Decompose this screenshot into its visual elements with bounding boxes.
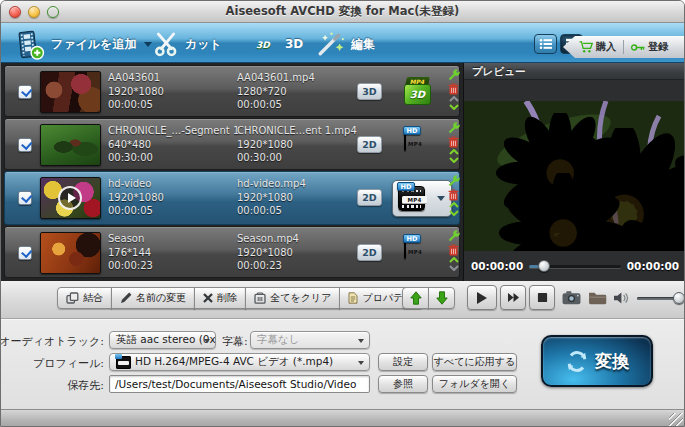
elapsed-time: 00:00:00 [471, 260, 523, 272]
popup-caret-icon [204, 339, 210, 343]
row3-format-dropdown[interactable]: MP4 HD [392, 180, 452, 217]
profile-select[interactable]: HD H.264/MPEG-4 AVC ビデオ (*.mp4) [109, 353, 370, 371]
subtitle-label: 字幕: [222, 334, 248, 349]
row2-dimension-badge[interactable]: 2D [357, 136, 382, 153]
row3-move-up-icon[interactable] [449, 202, 459, 208]
zoom-button[interactable] [47, 6, 59, 18]
minimize-button[interactable] [28, 6, 40, 18]
destination-input[interactable] [109, 375, 370, 393]
edit-button[interactable]: 編集 [317, 27, 375, 61]
register-button[interactable]: 登録 [631, 40, 668, 54]
format-caret-icon [437, 196, 445, 201]
row2-edit-wrench-icon[interactable] [448, 122, 460, 134]
row3-delete-icon[interactable] [448, 189, 459, 201]
rename-button[interactable]: 名前の変更 [111, 287, 195, 309]
row4-output-info: Season.mp4 1920*1080 00:00:23 [237, 232, 355, 273]
row1-delete-icon[interactable] [448, 83, 459, 95]
row2-move-down-icon[interactable] [449, 157, 459, 163]
add-file-label: ファイルを追加 [51, 36, 136, 53]
open-snapshot-folder-button[interactable] [588, 290, 607, 305]
row1-name: AA043601 [108, 71, 234, 85]
row1-move-up-icon[interactable] [449, 96, 459, 102]
row1-dimension-badge[interactable]: 3D [357, 83, 382, 100]
seek-slider[interactable] [529, 260, 621, 272]
fast-forward-icon [507, 292, 520, 303]
row4-move-down-icon[interactable] [449, 265, 459, 271]
banner-divider [623, 40, 624, 54]
add-file-button[interactable]: ファイルを追加 [14, 27, 152, 61]
row2-checkbox[interactable] [18, 138, 32, 152]
row3-duration: 00:00:05 [108, 204, 234, 218]
row4-edit-wrench-icon[interactable] [448, 230, 460, 242]
cut-button[interactable]: カット [153, 27, 222, 61]
merge-button[interactable]: 結合 [57, 287, 112, 309]
profile-film-icon [116, 356, 131, 369]
row2-move-up-icon[interactable] [449, 149, 459, 155]
move-down-button[interactable] [428, 287, 455, 309]
row4-out-name: Season.mp4 [237, 232, 355, 246]
move-up-button[interactable] [402, 287, 429, 309]
preview-header: プレビュー [464, 63, 685, 80]
cart-icon [579, 41, 593, 53]
open-folder-button[interactable]: フォルダを開く [432, 375, 517, 393]
row3-checkbox[interactable] [18, 191, 32, 205]
settings-button[interactable]: 設定 [378, 353, 428, 371]
row2-out-duration: 00:30:00 [237, 151, 355, 165]
row3-move-down-icon[interactable] [449, 210, 459, 216]
row3-source-info: hd-video 1920*1080 00:00:05 [108, 177, 234, 218]
row4-move-up-icon[interactable] [449, 257, 459, 263]
convert-button[interactable]: 変換 [541, 335, 653, 387]
clear-all-button[interactable]: 全てをクリア [245, 287, 340, 309]
buy-button[interactable]: 購入 [579, 40, 616, 54]
apply-to-all-button[interactable]: すべてに応用する [432, 353, 517, 371]
purchase-banner: 購入 登録 [563, 36, 684, 58]
snapshot-button[interactable] [562, 290, 581, 305]
fast-forward-button[interactable] [500, 285, 526, 310]
resize-grip[interactable] [669, 413, 683, 427]
close-button[interactable] [9, 6, 21, 18]
row4-actions [446, 230, 461, 271]
3d-cube-icon: 3D [249, 29, 279, 59]
file-row-3-selected[interactable]: hd-video 1920*1080 00:00:05 hd-video.mp4… [4, 171, 460, 225]
thumbnail-view-button[interactable] [534, 34, 557, 54]
row1-checkbox[interactable] [18, 85, 32, 99]
row2-source-info: CHRONICLE_...-Segment 1 640*480 00:30:00 [108, 124, 234, 165]
profile-label: プロフィール: [33, 356, 104, 371]
row1-actions [446, 69, 461, 110]
delete-button[interactable]: 削除 [194, 287, 246, 309]
row1-edit-wrench-icon[interactable] [448, 69, 460, 81]
row3-out-duration: 00:00:05 [237, 204, 355, 218]
merge-icon [66, 292, 79, 304]
seek-knob[interactable] [538, 260, 550, 272]
volume-slider[interactable] [637, 292, 683, 304]
row2-format-icon: MP4 HD [404, 131, 406, 150]
row1-move-down-icon[interactable] [449, 104, 459, 110]
pencil-icon [120, 292, 132, 304]
browse-button[interactable]: 参照 [378, 375, 428, 393]
row3-dimension-badge[interactable]: 2D [357, 189, 382, 206]
row2-out-name: CHRONICLE...ent 1.mp4 [237, 124, 355, 138]
toolbar: ファイルを追加 カット 3D 3D 編集 [1, 23, 684, 63]
stop-button[interactable] [529, 285, 555, 310]
row2-delete-icon[interactable] [448, 136, 459, 148]
row4-delete-icon[interactable] [448, 244, 459, 256]
play-button[interactable] [467, 285, 497, 310]
row4-dimension-badge[interactable]: 2D [357, 244, 382, 261]
subtitle-select[interactable]: 字幕なし [250, 331, 370, 349]
mute-button[interactable] [614, 292, 630, 304]
play-overlay-icon[interactable] [58, 186, 82, 210]
audio-track-select[interactable]: 英語 aac stereo (0x2) [109, 331, 216, 349]
buy-label: 購入 [596, 40, 616, 54]
app-window: Aiseesoft AVCHD 変換 for Mac(未登録) ファイルを追加 … [0, 0, 685, 427]
hd-mp4-film-icon: MP4 HD [404, 238, 406, 259]
volume-knob[interactable] [673, 292, 685, 304]
file-row-4[interactable]: Season 176*144 00:00:23 Season.mp4 1920*… [4, 226, 460, 278]
row4-checkbox[interactable] [18, 246, 32, 260]
row2-output-info: CHRONICLE...ent 1.mp4 1920*1080 00:30:00 [237, 124, 355, 165]
row2-actions [446, 122, 461, 163]
row3-edit-wrench-icon[interactable] [448, 175, 460, 187]
file-row-1[interactable]: AA043601 1920*1080 00:00:05 AA043601.mp4… [4, 65, 460, 117]
file-row-2[interactable]: CHRONICLE_...-Segment 1 640*480 00:30:00… [4, 118, 460, 170]
preview-panel: プレビュー 00:00:00 [463, 63, 685, 281]
3d-button[interactable]: 3D 3D [249, 27, 303, 61]
